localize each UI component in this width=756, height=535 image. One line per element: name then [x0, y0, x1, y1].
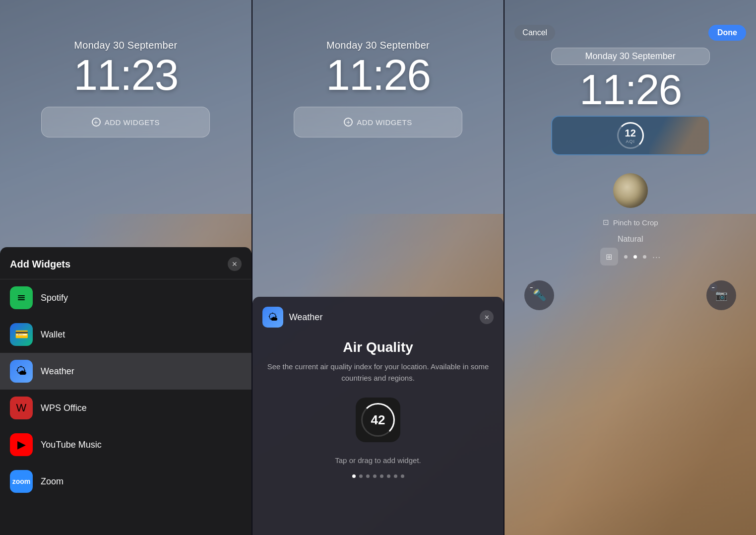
date-2: Monday 30 September: [326, 40, 430, 51]
dot-4: [373, 474, 377, 478]
date-pill: Monday 30 September: [551, 48, 710, 65]
photos-icon[interactable]: ⊞: [600, 248, 618, 266]
cancel-button[interactable]: Cancel: [514, 25, 555, 41]
app-list: Spotify 💳 Wallet 🌤 Weather W WPS Office …: [0, 279, 252, 500]
aqi-lockscreen-label: AQI: [626, 139, 635, 144]
modal-header: 🌤 Weather ✕: [262, 307, 494, 328]
flashlight-icon: 🔦: [533, 289, 546, 302]
camera-button[interactable]: − 📷: [706, 280, 736, 310]
panel-2: Monday 30 September 11:26 + ADD WIDGETS …: [252, 0, 504, 535]
wallet-icon: 💳: [10, 323, 33, 346]
time-3: 11:26: [579, 68, 681, 111]
widget-description: See the current air quality index for yo…: [262, 361, 494, 384]
plus-icon-2: +: [344, 118, 353, 127]
add-widgets-button-2[interactable]: + ADD WIDGETS: [294, 107, 462, 137]
spotify-icon: [10, 286, 33, 309]
app-name-wallet: Wallet: [41, 330, 65, 340]
list-item[interactable]: W WPS Office: [0, 390, 252, 426]
date-3: Monday 30 September: [585, 51, 676, 61]
photo-style-selector: ⊞ ···: [600, 248, 661, 266]
spotify-logo: [18, 295, 25, 300]
camera-icon: 📷: [715, 289, 728, 301]
list-item[interactable]: 💳 Wallet: [0, 316, 252, 353]
time-1: 11:23: [73, 53, 178, 97]
style-dot-3[interactable]: [643, 255, 646, 259]
modal-app-info: 🌤 Weather: [262, 307, 323, 328]
weather-app-name: Weather: [289, 312, 323, 323]
done-button[interactable]: Done: [708, 25, 746, 41]
panel-1: Monday 30 September 11:23 + ADD WIDGETS …: [0, 0, 252, 535]
weather-icon: 🌤: [10, 360, 33, 383]
tap-hint: Tap or drag to add widget.: [262, 456, 494, 465]
dot-3: [366, 474, 370, 478]
style-dot-1[interactable]: [624, 255, 628, 259]
modal-close-button[interactable]: ✕: [480, 310, 494, 324]
date-1: Monday 30 September: [74, 40, 177, 51]
hand-overlay-widget: [649, 116, 710, 155]
time-2: 11:26: [326, 53, 430, 97]
pinch-hint: ⊡ Pinch to Crop: [603, 218, 658, 227]
list-item[interactable]: ▶ YouTube Music: [0, 426, 252, 463]
widget-sheet: Add Widgets ✕ Spotify 💳 Wallet 🌤 Weather: [0, 247, 252, 535]
panel-3: Cancel Done Monday 30 September 11:26 12…: [504, 0, 756, 535]
dot-7: [394, 474, 397, 478]
add-widgets-label-1: ADD WIDGETS: [105, 118, 160, 127]
app-name-weather: Weather: [41, 366, 74, 377]
aqi-preview-widget: 42: [356, 398, 400, 442]
add-widgets-button-1[interactable]: + ADD WIDGETS: [41, 107, 210, 137]
sheet-header: Add Widgets ✕: [0, 257, 252, 279]
aqi-gauge: 42: [361, 403, 395, 437]
aqi-lockscreen-value: 12: [625, 128, 636, 139]
ytmusic-icon: ▶: [10, 433, 33, 456]
minus-icon-camera: −: [709, 283, 717, 291]
aqi-lockscreen-widget[interactable]: 12 AQI: [551, 116, 710, 155]
app-name-ytmusic: YouTube Music: [41, 440, 102, 450]
weather-app-icon: 🌤: [262, 307, 283, 328]
aqi-preview-value: 42: [371, 412, 385, 428]
app-name-wps: WPS Office: [41, 403, 87, 413]
add-widgets-label-2: ADD WIDGETS: [357, 118, 412, 127]
dot-2: [359, 474, 363, 478]
dot-5: [380, 474, 383, 478]
zoom-icon: zoom: [10, 470, 33, 493]
moon-image: [613, 173, 648, 208]
dot-1: [352, 474, 356, 478]
sheet-title: Add Widgets: [10, 259, 70, 270]
style-dot-2[interactable]: [633, 255, 637, 259]
page-dots: [262, 474, 494, 478]
list-item-selected[interactable]: 🌤 Weather: [0, 353, 252, 390]
aqi-circle: 12 AQI: [617, 122, 644, 149]
dot-8: [401, 474, 404, 478]
bottom-controls: − 🔦 − 📷: [504, 280, 756, 310]
flashlight-button[interactable]: − 🔦: [524, 280, 554, 310]
crop-icon: ⊡: [603, 218, 609, 227]
wps-icon: W: [10, 397, 33, 419]
weather-modal: 🌤 Weather ✕ Air Quality See the current …: [252, 297, 504, 535]
style-label: Natural: [618, 235, 643, 244]
sheet-close-button[interactable]: ✕: [228, 257, 242, 271]
lock-screen-3: Cancel Done Monday 30 September 11:26 12…: [504, 0, 756, 535]
app-name-spotify: Spotify: [41, 293, 68, 303]
pinch-hint-text: Pinch to Crop: [613, 218, 658, 227]
app-name-zoom: Zoom: [41, 476, 63, 487]
list-item[interactable]: zoom Zoom: [0, 463, 252, 500]
dot-6: [387, 474, 390, 478]
list-item[interactable]: Spotify: [0, 279, 252, 316]
edit-top-bar: Cancel Done: [504, 25, 756, 41]
plus-icon-1: +: [92, 118, 101, 127]
more-icon[interactable]: ···: [652, 251, 661, 263]
widget-title: Air Quality: [262, 339, 494, 355]
